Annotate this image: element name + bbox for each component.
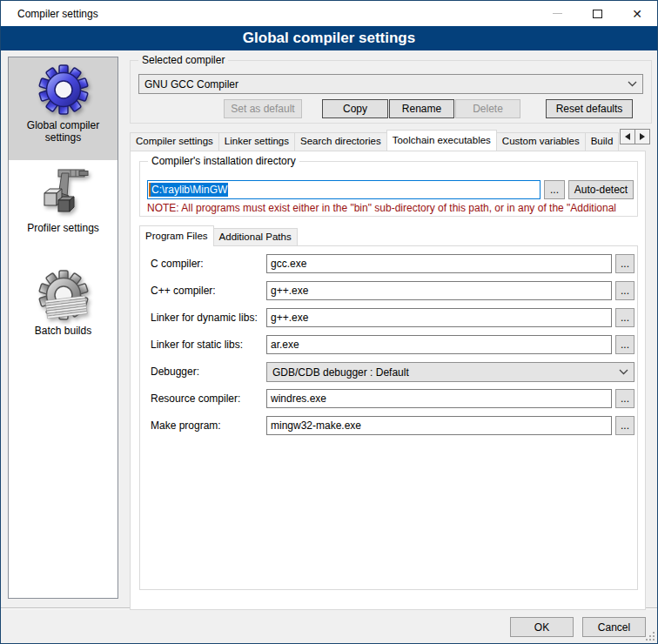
make-program-label: Make program: bbox=[151, 416, 221, 435]
debugger-label: Debugger: bbox=[151, 362, 199, 381]
cpp-compiler-input[interactable] bbox=[266, 281, 612, 300]
sidebar-item-global-compiler-settings[interactable]: Global compiler settings bbox=[9, 57, 118, 160]
tab-toolchain-executables[interactable]: Toolchain executables bbox=[386, 130, 497, 151]
arrow-left-icon bbox=[625, 133, 630, 140]
resource-compiler-input[interactable] bbox=[266, 389, 612, 408]
linker-dynamic-input[interactable] bbox=[266, 308, 612, 327]
sidebar-item-label: Batch builds bbox=[9, 325, 118, 337]
program-tabs: Program Files Additional Paths bbox=[139, 225, 638, 246]
program-files-page: C compiler: ... C++ compiler: ... Linker… bbox=[139, 245, 638, 590]
maximize-button[interactable] bbox=[577, 1, 617, 26]
page-header: Global compiler settings bbox=[1, 26, 657, 50]
make-program-input[interactable] bbox=[266, 416, 612, 435]
tab-compiler-settings[interactable]: Compiler settings bbox=[130, 132, 219, 151]
tab-scroll-left-button[interactable] bbox=[620, 129, 635, 144]
ok-button[interactable]: OK bbox=[510, 617, 574, 637]
tab-program-files[interactable]: Program Files bbox=[139, 225, 214, 246]
blue-gear-icon bbox=[36, 62, 91, 117]
tab-search-directories[interactable]: Search directories bbox=[294, 132, 387, 151]
selected-compiler-group: Selected compiler GNU GCC Compiler Set a… bbox=[130, 60, 652, 124]
installation-directory-value: C:\raylib\MinGW bbox=[151, 183, 228, 197]
window-title: Compiler settings bbox=[17, 8, 98, 20]
make-program-browse-button[interactable]: ... bbox=[615, 416, 634, 435]
cpp-compiler-browse-button[interactable]: ... bbox=[615, 281, 634, 300]
copy-button[interactable]: Copy bbox=[322, 99, 388, 118]
compiler-tabs: Compiler settings Linker settings Search… bbox=[130, 129, 621, 151]
minimize-icon bbox=[553, 13, 562, 14]
minimize-button[interactable] bbox=[537, 1, 577, 26]
linker-dynamic-label: Linker for dynamic libs: bbox=[151, 308, 258, 327]
tab-custom-variables[interactable]: Custom variables bbox=[496, 132, 586, 151]
rename-button[interactable]: Rename bbox=[389, 99, 454, 118]
gray-gear-stack-icon bbox=[36, 267, 91, 323]
sidebar-item-label: Profiler settings bbox=[9, 222, 118, 234]
sidebar-item-profiler-settings[interactable]: Profiler settings bbox=[9, 160, 118, 263]
debugger-select-value: GDB/CDB debugger : Default bbox=[272, 366, 615, 379]
linker-static-input[interactable] bbox=[266, 335, 612, 354]
installation-directory-input[interactable]: C:\raylib\MinGW bbox=[147, 180, 540, 199]
linker-static-browse-button[interactable]: ... bbox=[615, 335, 634, 354]
caliper-icon bbox=[36, 164, 91, 220]
toolchain-executables-page: Compiler's installation directory C:\ray… bbox=[130, 151, 646, 610]
tab-scroll-right-button[interactable] bbox=[634, 129, 650, 144]
linker-dynamic-browse-button[interactable]: ... bbox=[615, 308, 634, 327]
c-compiler-browse-button[interactable]: ... bbox=[615, 254, 634, 273]
compiler-select[interactable]: GNU GCC Compiler bbox=[138, 74, 643, 94]
cpp-compiler-label: C++ compiler: bbox=[151, 281, 216, 300]
resource-compiler-browse-button[interactable]: ... bbox=[615, 389, 634, 408]
close-button[interactable]: ✕ bbox=[617, 1, 657, 26]
close-icon: ✕ bbox=[632, 8, 642, 20]
note-text: NOTE: All programs must exist either in … bbox=[147, 202, 635, 214]
installation-directory-group: Compiler's installation directory C:\ray… bbox=[139, 161, 638, 217]
window-controls: ✕ bbox=[537, 1, 657, 26]
page-title: Global compiler settings bbox=[243, 30, 415, 47]
installation-directory-group-label: Compiler's installation directory bbox=[148, 155, 299, 167]
tab-additional-paths[interactable]: Additional Paths bbox=[213, 228, 298, 246]
c-compiler-input[interactable] bbox=[266, 254, 612, 273]
maximize-icon bbox=[593, 10, 602, 18]
tab-scroll-buttons bbox=[621, 129, 650, 144]
cancel-button[interactable]: Cancel bbox=[582, 617, 646, 637]
arrow-right-icon bbox=[640, 133, 645, 140]
reset-defaults-button[interactable]: Reset defaults bbox=[546, 99, 633, 118]
compiler-settings-dialog: Compiler settings ✕ Global compiler sett… bbox=[0, 0, 658, 644]
set-as-default-button[interactable]: Set as default bbox=[224, 99, 302, 118]
chevron-down-icon bbox=[619, 369, 628, 375]
c-compiler-label: C compiler: bbox=[151, 254, 204, 273]
tab-linker-settings[interactable]: Linker settings bbox=[218, 132, 295, 151]
browse-directory-button[interactable]: ... bbox=[544, 180, 565, 199]
selected-compiler-group-label: Selected compiler bbox=[138, 54, 228, 66]
compiler-buttons-row: Set as default Copy Rename Delete Reset … bbox=[131, 99, 633, 118]
debugger-select[interactable]: GDB/CDB debugger : Default bbox=[266, 362, 634, 382]
sidebar-item-batch-builds[interactable]: Batch builds bbox=[9, 263, 118, 366]
sidebar-item-label: Global compiler settings bbox=[9, 119, 118, 144]
chevron-down-icon bbox=[628, 81, 637, 87]
auto-detect-button[interactable]: Auto-detect bbox=[568, 180, 634, 199]
delete-button[interactable]: Delete bbox=[455, 99, 520, 118]
compiler-select-value: GNU GCC Compiler bbox=[144, 78, 624, 91]
title-bar[interactable]: Compiler settings ✕ bbox=[1, 1, 657, 26]
settings-category-list: Global compiler settings Profiler settin… bbox=[8, 57, 118, 599]
tab-build-options[interactable]: Build bbox=[585, 132, 620, 151]
linker-static-label: Linker for static libs: bbox=[151, 335, 243, 354]
resize-grip[interactable] bbox=[646, 632, 655, 641]
resource-compiler-label: Resource compiler: bbox=[151, 389, 240, 408]
